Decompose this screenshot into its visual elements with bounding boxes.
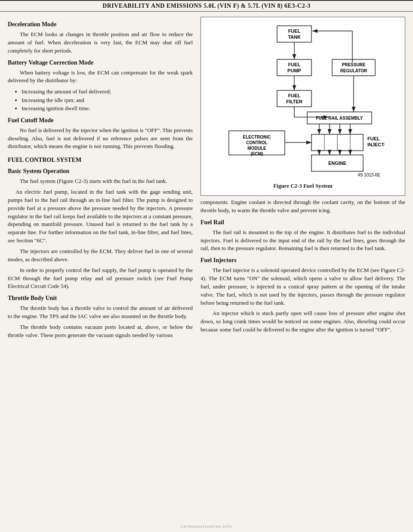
content-area: Deceleration Mode The ECM looks at chang… [0, 17, 413, 342]
fuel-injectors-para2: An injector which is stuck partly open w… [200, 309, 405, 334]
svg-text:MODULE: MODULE [247, 146, 266, 151]
svg-text:FUEL: FUEL [288, 93, 301, 98]
page-container: DRIVEABILITY AND EMISSIONS 5.0L (VIN F) … [0, 0, 413, 532]
svg-text:FUEL: FUEL [288, 28, 301, 34]
fuel-rail-heading: Fuel Rail [200, 219, 405, 226]
svg-text:PUMP: PUMP [287, 68, 301, 73]
fuel-cutoff-heading: Fuel Cutoff Mode [8, 117, 193, 124]
right-components-para: components. Engine coolant is directed t… [200, 198, 405, 215]
fuel-system-diagram: FUEL TANK FUEL PUMP [221, 22, 385, 181]
svg-text:PRESSURE: PRESSURE [342, 62, 365, 67]
right-column: FUEL TANK FUEL PUMP [200, 17, 405, 342]
diagram-caption: Figure C2-3 Fuel System [204, 182, 401, 189]
bullet-3: Increasing ignition dwell time. [22, 104, 193, 113]
battery-para: When battery voltage is low, the ECM can… [8, 69, 193, 85]
right-components-text: Engine coolant is directed through the c… [200, 199, 405, 213]
svg-text:(ECM): (ECM) [251, 152, 263, 156]
page-title: DRIVEABILITY AND EMISSIONS 5.0L (VIN F) … [102, 3, 311, 9]
fuel-rail-para: The fuel rail is mounted to the top of t… [200, 229, 405, 253]
svg-text:4S 1013-6E: 4S 1013-6E [358, 173, 380, 177]
fuel-injectors-para1: The fuel injector is a solenoid operated… [200, 266, 405, 307]
svg-rect-12 [332, 59, 375, 76]
deceleration-para: The ECM looks at changes in throttle pos… [8, 31, 193, 55]
basic-system-para2: An electric fuel pump, located in the fu… [8, 188, 193, 245]
throttle-body-para1: The throttle body has a throttle valve t… [8, 304, 193, 321]
svg-text:REGULATOR: REGULATOR [340, 68, 367, 73]
fuel-injectors-heading: Fuel Injectors [200, 257, 405, 264]
svg-text:FUEL: FUEL [288, 62, 301, 67]
svg-text:INJECTORS: INJECTORS [367, 142, 385, 147]
svg-text:FUEL: FUEL [367, 136, 380, 141]
bullet-2: Increasing the idle rpm; and [22, 96, 193, 105]
basic-system-para1: The fuel system (Figure C2-3) starts wit… [8, 177, 193, 186]
right-components-label: components. [200, 199, 229, 205]
fuel-control-heading: FUEL CONTROL SYSTEM [8, 157, 193, 164]
fuel-cutoff-para: No fuel is delivered by the injector whe… [8, 127, 193, 151]
battery-bullets: Increasing the amount of fuel delivered;… [22, 87, 193, 113]
throttle-body-heading: Throttle Body Unit [8, 295, 193, 302]
diagram-container: FUEL TANK FUEL PUMP [200, 17, 405, 196]
deceleration-heading: Deceleration Mode [8, 21, 193, 28]
basic-system-para4: In order to properly control the fuel su… [8, 266, 193, 291]
basic-system-heading: Basic System Operation [8, 168, 193, 175]
svg-text:TANK: TANK [288, 34, 301, 40]
battery-heading: Battery Voltage Correction Mode [8, 59, 193, 66]
bullet-1: Increasing the amount of fuel delivered; [22, 87, 193, 96]
basic-system-para3: The injectors are controlled by the ECM.… [8, 247, 193, 264]
svg-text:FUEL RAIL ASSEMBLY: FUEL RAIL ASSEMBLY [316, 116, 363, 121]
left-column: Deceleration Mode The ECM looks at chang… [8, 17, 193, 342]
svg-text:ELECTRONIC: ELECTRONIC [243, 135, 271, 139]
svg-text:CONTROL: CONTROL [246, 140, 267, 145]
watermark: carmanualsontine.info [181, 523, 232, 529]
page-header: DRIVEABILITY AND EMISSIONS 5.0L (VIN F) … [0, 0, 413, 12]
svg-text:FILTER: FILTER [286, 99, 302, 104]
svg-text:ENGINE: ENGINE [328, 161, 346, 166]
throttle-body-para2: The throttle body contains vacuum ports … [8, 323, 193, 340]
